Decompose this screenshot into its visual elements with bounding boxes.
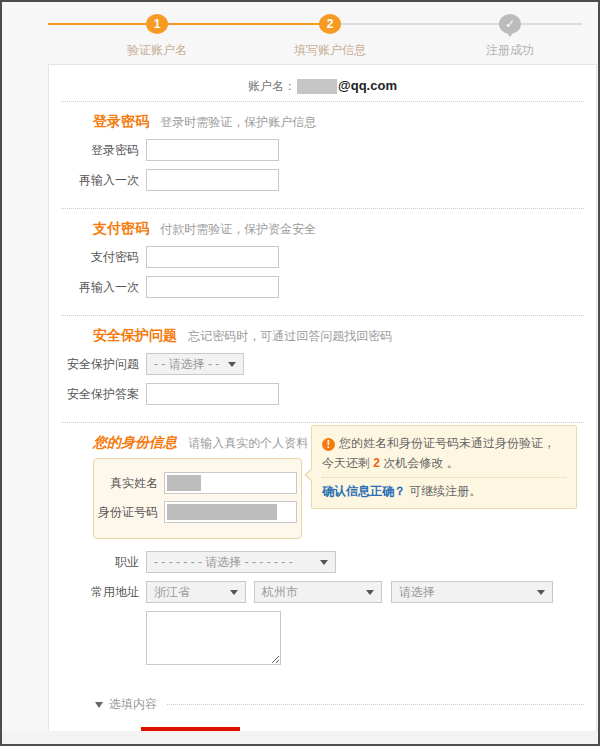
notice-confirm-row: 确认信息正确？ 可继续注册。 [322,482,566,502]
step-3-badge-icon: ✓ [499,14,521,34]
account-name-row: 账户名：@qq.com [49,65,596,101]
security-question-selected-value: - - 请选择 - - [154,356,219,373]
optional-content-toggle[interactable]: 选填内容 [95,696,584,713]
confirm-info-link[interactable]: 确认信息正确？ [322,484,406,498]
address-detail-textarea[interactable] [146,611,281,665]
real-name-label: 真实姓名 [94,475,158,492]
login-password-section: 登录密码 登录时需验证，保护账户信息 登录密码 再输入一次 [49,102,596,208]
notice-message: !您的姓名和身份证号码未通过身份验证，今天还剩 2 次机会修改 。 [322,434,566,474]
step-2-label: 填写账户信息 [265,42,395,59]
pay-password-label: 支付密码 [49,249,139,266]
occupation-select[interactable]: - - - - - - - 请选择 - - - - - - - [146,551,336,573]
identity-section-title: 您的身份信息 [93,434,177,450]
progress-stepper: 1 2 ✓ 验证账户名 填写账户信息 注册成功 [48,14,584,60]
login-password-repeat-input[interactable] [146,169,279,191]
warning-icon: ! [322,438,335,451]
account-name-label: 账户名： [248,79,296,93]
security-section-title: 安全保护问题 [93,327,177,343]
city-select[interactable]: 杭州市 [254,581,382,603]
security-section-hint: 忘记密码时，可通过回答问题找回密码 [188,329,392,343]
step-1-label: 验证账户名 [92,42,222,59]
province-selected-value: 浙江省 [154,584,190,601]
login-section-hint: 登录时需验证，保护账户信息 [160,115,316,129]
bottom-strip [2,731,598,744]
optional-content-label: 选填内容 [109,696,157,713]
masked-id-value [167,504,277,520]
security-answer-input[interactable] [146,383,279,405]
notice-divider [322,477,566,478]
identity-section-hint: 请输入真实的个人资料 [188,436,308,450]
pay-password-input[interactable] [146,246,279,268]
id-number-label: 身份证号码 [94,504,158,521]
dotted-rule [167,704,584,705]
step-1-circle: 1 [146,14,168,34]
identity-highlight-box: 真实姓名 身份证号码 [93,458,302,539]
step-3-label: 注册成功 [445,42,575,59]
district-selected-value: 请选择 [399,584,435,601]
triangle-down-icon [95,702,103,708]
login-password-input[interactable] [146,139,279,161]
stepper-line-done [48,23,332,25]
security-answer-label: 安全保护答案 [49,386,139,403]
chevron-down-icon [230,590,238,595]
identity-section: 您的身份信息 请输入真实的个人资料 真实姓名 身份证号码 [49,423,596,682]
occupation-selected-value: - - - - - - - 请选择 - - - - - - - [154,554,293,571]
masked-name-value [167,475,201,491]
pay-password-repeat-input[interactable] [146,276,279,298]
login-password-repeat-label: 再输入一次 [49,172,139,189]
account-domain: @qq.com [338,78,397,93]
security-question-section: 安全保护问题 忘记密码时，可通过回答问题找回密码 安全保护问题 - - 请选择 … [49,316,596,422]
pay-section-title: 支付密码 [93,220,149,236]
login-section-title: 登录密码 [93,113,149,129]
notice-text-after: 次机会修改 。 [380,456,459,470]
step-2-circle: 2 [319,14,341,34]
login-password-label: 登录密码 [49,142,139,159]
chevron-down-icon [228,362,236,367]
pay-password-repeat-label: 再输入一次 [49,279,139,296]
security-question-label: 安全保护问题 [49,356,139,373]
address-label: 常用地址 [49,584,139,601]
chevron-down-icon [366,590,374,595]
check-icon: ✓ [499,14,521,34]
identity-verification-notice: !您的姓名和身份证号码未通过身份验证，今天还剩 2 次机会修改 。 确认信息正确… [311,425,577,509]
payment-password-section: 支付密码 付款时需验证，保护资金安全 支付密码 再输入一次 [49,209,596,315]
city-selected-value: 杭州市 [262,584,298,601]
stepper-line-todo [332,23,582,25]
province-select[interactable]: 浙江省 [146,581,246,603]
notice-confirm-text: 可继续注册。 [409,484,481,498]
occupation-label: 职业 [49,554,139,571]
chevron-down-icon [320,560,328,565]
registration-page: 1 2 ✓ 验证账户名 填写账户信息 注册成功 账户名：@qq.com 登录密码… [0,0,600,746]
chevron-down-icon [537,590,545,595]
masked-account-value [297,79,337,94]
security-question-select[interactable]: - - 请选择 - - [146,353,244,375]
district-select[interactable]: 请选择 [391,581,553,603]
registration-form-panel: 账户名：@qq.com 登录密码 登录时需验证，保护账户信息 登录密码 再输入一… [48,64,597,733]
pay-section-hint: 付款时需验证，保护资金安全 [160,222,316,236]
